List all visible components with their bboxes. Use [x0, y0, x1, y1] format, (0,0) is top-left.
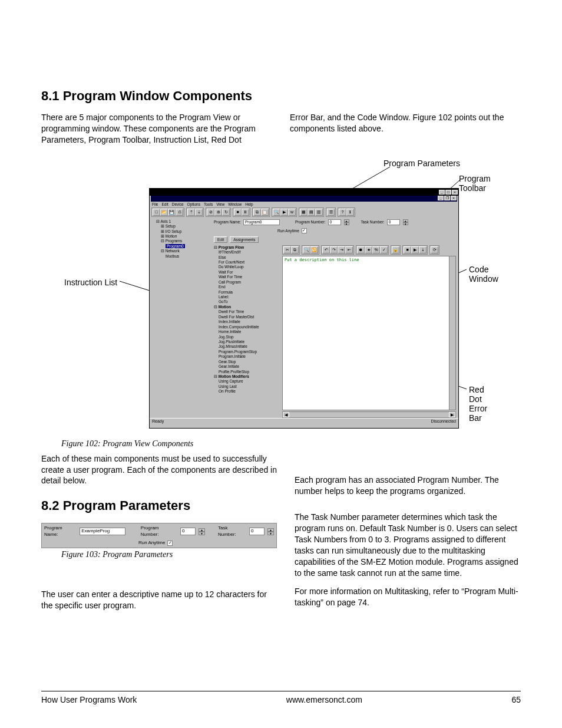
tb-stop-icon[interactable]: ■	[234, 209, 242, 216]
inst-mo-2[interactable]: Index.Initiate	[214, 319, 280, 324]
tb-save-icon[interactable]: 💾	[168, 209, 176, 216]
ptb-step-icon[interactable]: ⤓	[419, 246, 427, 253]
ptb-find-icon[interactable]: 🔍	[303, 246, 310, 253]
ptb-check-icon[interactable]: ✓	[380, 246, 388, 253]
f103-number-input[interactable]: 0	[180, 528, 196, 535]
inst-pf-7[interactable]: End	[214, 285, 280, 289]
assignments-button[interactable]: Assignments	[230, 236, 259, 243]
inst-mm-2[interactable]: On Profile	[214, 389, 280, 394]
menu-device[interactable]: Device	[172, 202, 184, 206]
ptb-bookmark-icon[interactable]: ★	[365, 246, 372, 253]
tb-copy-icon[interactable]: ⧉	[253, 209, 261, 216]
tb-run-icon[interactable]: ▶	[280, 209, 288, 216]
menu-edit[interactable]: Edit	[161, 202, 168, 206]
f103-number-spinner[interactable]: ▲▼	[199, 528, 205, 535]
inst-pf-8[interactable]: Formula	[214, 290, 280, 295]
run-anytime-checkbox[interactable]: ✓	[302, 228, 307, 233]
program-number-spinner[interactable]: ▲▼	[344, 219, 349, 225]
hierarchy-tree[interactable]: ⊟ Axis 1 ⊞ Setup ⊞ I/O Setup ⊞ Motion ⊟ …	[150, 218, 211, 418]
inst-pf-9[interactable]: Label:	[214, 295, 280, 299]
horizontal-scrollbar[interactable]: ◀▶	[282, 411, 456, 418]
tb-new-icon[interactable]: □	[153, 209, 160, 216]
program-number-input[interactable]: 0	[328, 219, 341, 225]
inst-mo-5[interactable]: Jog.Stop	[214, 335, 280, 340]
menu-options[interactable]: Options	[187, 202, 200, 206]
program-name-input[interactable]: Program0	[243, 219, 280, 225]
tb-view2-icon[interactable]: ▤	[308, 209, 315, 216]
inst-mo-8[interactable]: Program.ProgramStop	[214, 350, 280, 354]
inst-pf-10[interactable]: GoTo	[214, 299, 280, 304]
tb-view1-icon[interactable]: ▦	[300, 209, 308, 216]
inst-mo-10[interactable]: Gear.Stop	[214, 360, 280, 364]
tree-io-setup[interactable]: I/O Setup	[166, 229, 181, 233]
ptb-lock-icon[interactable]: 🔒	[392, 246, 399, 253]
tree-setup[interactable]: Setup	[166, 224, 176, 228]
menu-help[interactable]: Help	[245, 202, 253, 206]
inst-mm-1[interactable]: Using Last	[214, 384, 280, 389]
ptb-replace-icon[interactable]: 🔁	[310, 246, 318, 253]
f103-name-input[interactable]: ExampleProg	[80, 528, 125, 535]
inst-mo-1[interactable]: Dwell For MasterDist	[214, 315, 280, 319]
inst-mm-0[interactable]: Using Capture	[214, 379, 280, 384]
inst-pf-3[interactable]: Do While/Loop	[214, 265, 280, 269]
inst-pf-5[interactable]: Wait For Time	[214, 275, 280, 279]
tb-search-icon[interactable]: 🔍	[273, 209, 280, 216]
mdi-restore-icon[interactable]: ❐	[444, 196, 450, 200]
tb-help-icon[interactable]: ?	[339, 209, 346, 216]
inst-mo-6[interactable]: Jog.PlusInitiate	[214, 340, 280, 344]
tb-list-icon[interactable]: ☰	[327, 209, 335, 216]
ptb-redo-icon[interactable]: ↷	[330, 246, 338, 253]
inst-pf-1[interactable]: Else	[214, 255, 280, 260]
edit-button[interactable]: Edit	[214, 236, 227, 243]
inst-mo-11[interactable]: Gear.Initiate	[214, 364, 280, 369]
inst-mo-12[interactable]: Profile.ProfileStop	[214, 370, 280, 374]
ptb-stop-icon[interactable]: ■	[404, 246, 411, 253]
tb-upload-icon[interactable]: ⇡	[187, 209, 195, 216]
menu-window[interactable]: Window	[228, 202, 242, 206]
ptb-copy-icon[interactable]: ⧉	[291, 246, 299, 253]
tree-network[interactable]: Network	[166, 249, 180, 253]
scroll-left-icon[interactable]: ◀	[283, 412, 289, 417]
tb-connect-icon[interactable]: ⊕	[214, 209, 222, 216]
tb-pause-icon[interactable]: ⏸	[242, 209, 249, 216]
scroll-right-icon[interactable]: ▶	[449, 412, 455, 417]
inst-mo-4[interactable]: Home.Initiate	[214, 330, 280, 334]
inst-pf-4[interactable]: Wait For	[214, 270, 280, 275]
ptb-indent-icon[interactable]: ⇥	[338, 246, 345, 253]
tree-motion[interactable]: Motion	[166, 234, 177, 238]
ptb-refresh-icon[interactable]: ⟳	[431, 246, 438, 253]
tb-about-icon[interactable]: ℹ	[346, 209, 354, 216]
f103-run-checkbox[interactable]: ✓	[167, 541, 173, 546]
tb-view3-icon[interactable]: ▥	[315, 209, 323, 216]
f103-task-spinner[interactable]: ▲▼	[267, 528, 274, 535]
tb-watch-icon[interactable]: w	[288, 209, 296, 216]
tree-modbus[interactable]: Modbus	[166, 254, 179, 258]
inst-mo-0[interactable]: Dwell For Time	[214, 309, 280, 314]
menu-tools[interactable]: Tools	[204, 202, 213, 206]
instruction-list[interactable]: ⊟ Program Flow If/Then/EndIf Else For Co…	[211, 244, 282, 418]
ptb-play-icon[interactable]: ▶	[411, 246, 419, 253]
tb-open-icon[interactable]: 📂	[160, 209, 168, 216]
inst-mo-7[interactable]: Jog.MinusInitiate	[214, 344, 280, 349]
ptb-cut-icon[interactable]: ✂	[283, 246, 291, 253]
task-number-input[interactable]: 0	[387, 219, 400, 225]
mdi-minimize-icon[interactable]: _	[438, 196, 444, 200]
tb-disconnect-icon[interactable]: ⊘	[207, 209, 214, 216]
inst-mo-9[interactable]: Program.Initiate	[214, 354, 280, 359]
tree-axis[interactable]: Axis 1	[160, 219, 171, 223]
f103-task-input[interactable]: 0	[249, 528, 265, 535]
task-number-spinner[interactable]: ▲▼	[403, 219, 408, 225]
ptb-percent-icon[interactable]: %	[372, 246, 380, 253]
menu-view[interactable]: View	[216, 202, 224, 206]
tree-programs[interactable]: Programs	[166, 239, 182, 243]
tb-download-icon[interactable]: ⇣	[195, 209, 203, 216]
inst-pf-0[interactable]: If/Then/EndIf	[214, 250, 280, 255]
ptb-outdent-icon[interactable]: ⇤	[345, 246, 353, 253]
inst-mo-3[interactable]: Index.CompoundInitiate	[214, 325, 280, 330]
mdi-close-icon[interactable]: ×	[451, 196, 457, 200]
tree-program0[interactable]: Program0	[166, 244, 185, 248]
inst-pf-2[interactable]: For Count/Next	[214, 260, 280, 265]
ptb-record-icon[interactable]: ⏺	[357, 246, 365, 253]
vertical-scrollbar[interactable]	[449, 256, 455, 410]
close-icon[interactable]: ×	[452, 190, 458, 195]
